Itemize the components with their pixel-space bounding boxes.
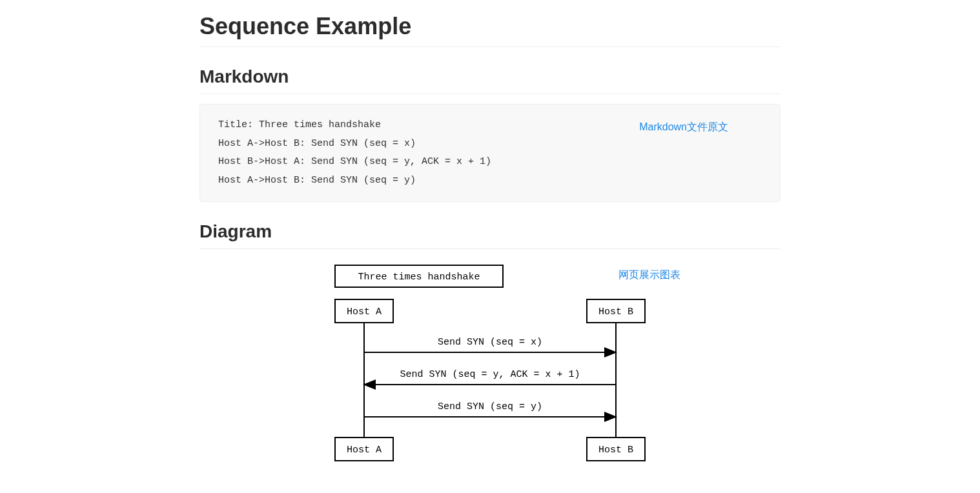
code-line: Title: Three times handshake (218, 119, 381, 130)
msg1-text: Send SYN (seq = x) (438, 337, 542, 348)
diagram-container: 网页展示图表 Three times handshake Host A Host… (199, 262, 781, 475)
actor-a-bottom-text: Host A (347, 445, 382, 456)
section-diagram-heading: Diagram (199, 221, 781, 249)
annotation-markdown-source: Markdown文件原文 (639, 121, 728, 134)
annotation-diagram-display: 网页展示图表 (618, 268, 680, 282)
msg2-text: Send SYN (seq = y, ACK = x + 1) (400, 369, 580, 380)
section-markdown-heading: Markdown (199, 66, 781, 94)
actor-b-bottom-text: Host B (598, 445, 633, 456)
actor-a-top-text: Host A (347, 307, 382, 317)
page-title: Sequence Example (199, 13, 781, 47)
sequence-diagram: Three times handshake Host A Host B Send… (322, 262, 658, 475)
diagram-title-text: Three times handshake (358, 272, 480, 283)
markdown-code-block: Title: Three times handshake Host A->Hos… (199, 104, 781, 202)
code-line: Host A->Host B: Send SYN (seq = y) (218, 175, 416, 186)
code-line: Host B->Host A: Send SYN (seq = y, ACK =… (218, 156, 491, 167)
msg3-text: Send SYN (seq = y) (438, 401, 542, 412)
actor-b-top-text: Host B (598, 307, 633, 317)
code-line: Host A->Host B: Send SYN (seq = x) (218, 138, 416, 149)
